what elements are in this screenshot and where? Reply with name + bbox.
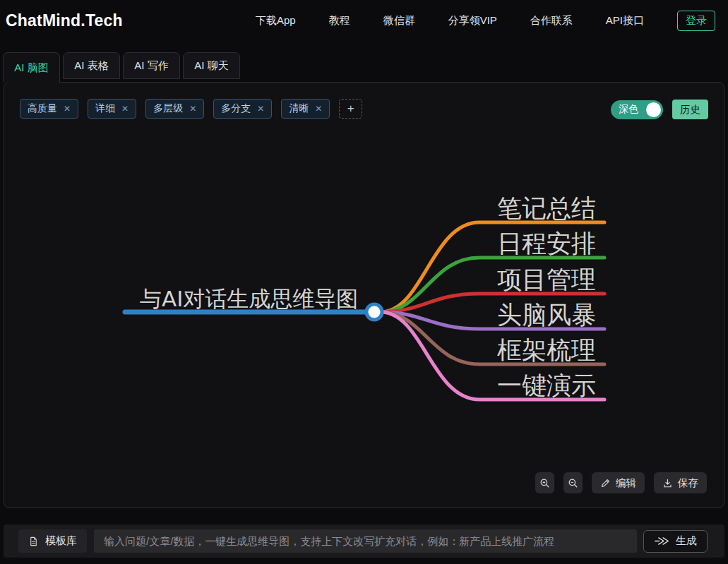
generate-button[interactable]: 生成 bbox=[643, 530, 708, 553]
zoom-in-icon bbox=[539, 478, 550, 488]
canvas-bottom-controls: 编辑 保存 bbox=[535, 472, 707, 493]
nav-share-vip[interactable]: 分享领VIP bbox=[448, 14, 497, 28]
nav-tutorial[interactable]: 教程 bbox=[329, 14, 350, 28]
prompt-composer-bar: 模板库 生成 bbox=[4, 524, 724, 558]
tab-ai-mindmap[interactable]: AI 脑图 bbox=[3, 52, 60, 83]
template-library-label: 模板库 bbox=[45, 534, 77, 548]
document-icon bbox=[28, 536, 39, 547]
app-logo: ChatMind.Tech bbox=[6, 11, 123, 30]
save-button[interactable]: 保存 bbox=[654, 472, 707, 493]
mindmap-branch-node[interactable]: 头脑风暴 bbox=[497, 301, 596, 329]
nav-cooperation[interactable]: 合作联系 bbox=[530, 14, 573, 28]
zoom-out-button[interactable] bbox=[563, 472, 583, 493]
mindmap-graph: 与AI对话生成思维导图 笔记总结 日程安排 项目管理 头脑风暴 框架梳理 一键演… bbox=[4, 83, 724, 508]
edit-button[interactable]: 编辑 bbox=[592, 472, 645, 493]
mindmap-branch-node[interactable]: 笔记总结 bbox=[497, 194, 596, 222]
feature-tabs: AI 脑图 AI 表格 AI 写作 AI 聊天 bbox=[0, 52, 728, 79]
tab-ai-chat[interactable]: AI 聊天 bbox=[183, 52, 240, 79]
generate-button-label: 生成 bbox=[676, 534, 697, 548]
nav-wechat-group[interactable]: 微信群 bbox=[383, 14, 415, 28]
main-nav: 下载App 教程 微信群 分享领VIP 合作联系 API接口 登录 bbox=[256, 11, 715, 31]
prompt-input[interactable] bbox=[94, 529, 637, 553]
zoom-out-icon bbox=[568, 478, 578, 488]
mindmap-root-node[interactable]: 与AI对话生成思维导图 bbox=[140, 286, 358, 311]
template-library-button[interactable]: 模板库 bbox=[18, 529, 87, 553]
tab-ai-writing[interactable]: AI 写作 bbox=[123, 52, 180, 79]
save-download-icon bbox=[662, 478, 673, 488]
mindmap-branch-node[interactable]: 日程安排 bbox=[497, 229, 596, 258]
nav-download-app[interactable]: 下载App bbox=[256, 14, 296, 28]
app-header: ChatMind.Tech 下载App 教程 微信群 分享领VIP 合作联系 A… bbox=[0, 0, 728, 41]
mindmap-branch-node[interactable]: 框架梳理 bbox=[497, 336, 596, 364]
root-collapse-handle[interactable] bbox=[366, 304, 382, 320]
pencil-icon bbox=[600, 478, 611, 488]
tab-ai-table[interactable]: AI 表格 bbox=[63, 52, 120, 79]
send-icon bbox=[654, 536, 669, 546]
zoom-in-button[interactable] bbox=[535, 472, 554, 493]
edit-button-label: 编辑 bbox=[616, 476, 636, 490]
nav-api[interactable]: API接口 bbox=[606, 14, 644, 28]
mindmap-branch-node[interactable]: 项目管理 bbox=[497, 265, 596, 294]
save-button-label: 保存 bbox=[678, 476, 698, 490]
mindmap-canvas-panel: 高质量 ✕ 详细 ✕ 多层级 ✕ 多分支 ✕ 清晰 ✕ + 深色 历史 bbox=[4, 82, 724, 508]
login-button[interactable]: 登录 bbox=[677, 11, 715, 31]
mindmap-branch-node[interactable]: 一键演示 bbox=[497, 371, 596, 400]
